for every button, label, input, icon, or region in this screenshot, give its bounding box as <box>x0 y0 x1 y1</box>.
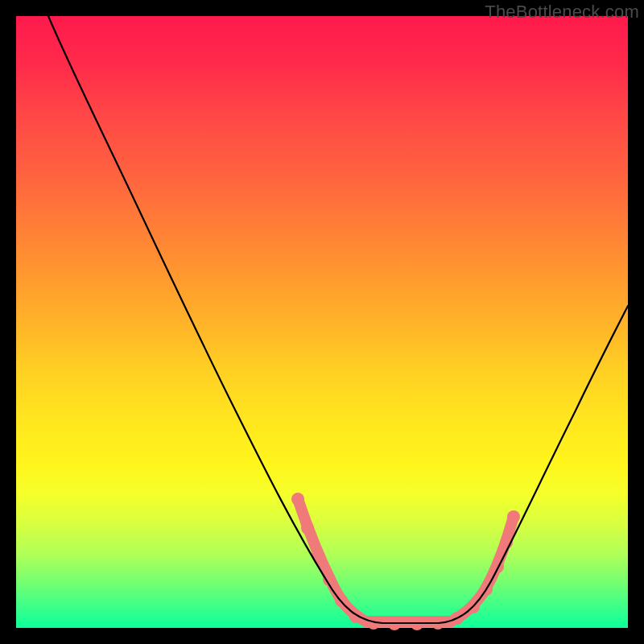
zone-left-descent <box>298 499 366 621</box>
zone-right-ascent <box>451 517 514 621</box>
svg-point-1 <box>301 522 314 535</box>
chart-plot-area <box>16 16 628 628</box>
svg-point-15 <box>507 510 520 523</box>
bottleneck-curve-path <box>48 16 628 623</box>
chart-frame: TheBottleneck.com <box>0 0 644 644</box>
svg-point-0 <box>291 493 304 506</box>
svg-point-13 <box>491 560 504 573</box>
chart-svg <box>16 16 628 628</box>
watermark-text: TheBottleneck.com <box>485 2 639 23</box>
recommended-zone <box>291 493 520 630</box>
